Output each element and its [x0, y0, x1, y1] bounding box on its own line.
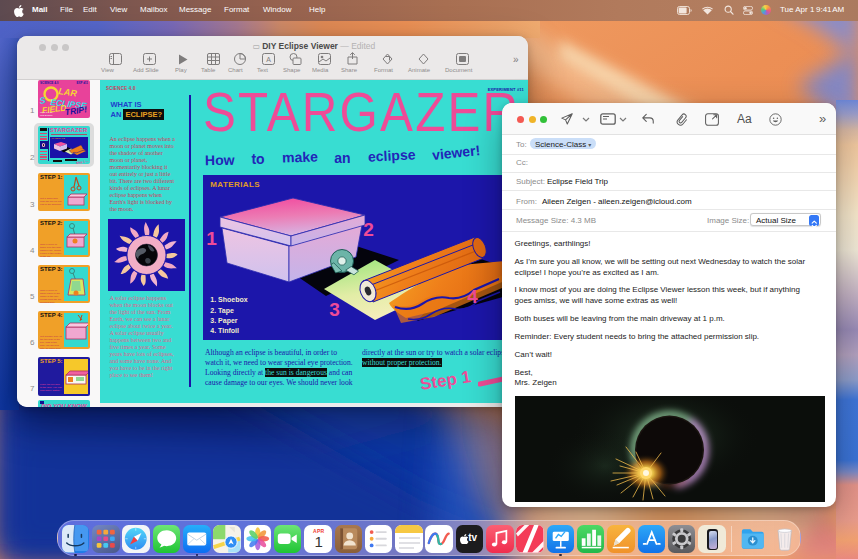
- svg-text:A: A: [266, 56, 271, 63]
- svg-text:LAR: LAR: [58, 86, 78, 99]
- svg-text:TRIP!: TRIP!: [64, 104, 88, 117]
